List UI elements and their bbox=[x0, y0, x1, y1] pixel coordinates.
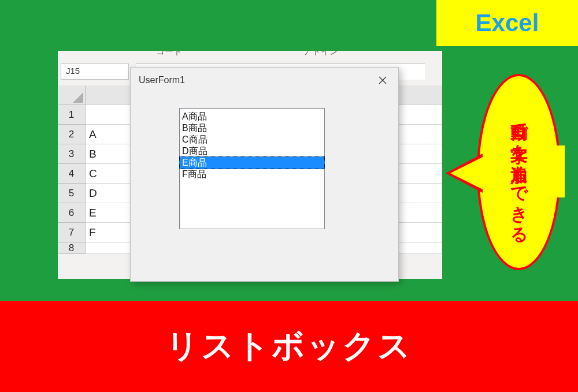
list-item-selected[interactable]: E商品 bbox=[179, 156, 325, 169]
excel-badge-label: Excel bbox=[476, 9, 539, 37]
bubble-line2: 追加もできる bbox=[507, 152, 531, 234]
row-header[interactable]: 2 bbox=[58, 125, 86, 144]
row-header[interactable]: 7 bbox=[58, 223, 86, 242]
excel-badge: Excel bbox=[436, 0, 578, 46]
row-header[interactable]: 8 bbox=[58, 242, 86, 254]
ribbon-fragment: コード アドイン bbox=[58, 51, 442, 59]
list-item[interactable]: A商品 bbox=[180, 111, 324, 122]
bottom-banner: リストボックス bbox=[0, 301, 578, 392]
list-item[interactable]: C商品 bbox=[180, 134, 324, 145]
name-box[interactable]: J15 bbox=[61, 64, 129, 80]
dialog-title: UserForm1 bbox=[139, 75, 369, 85]
select-all-corner[interactable] bbox=[58, 85, 86, 105]
close-icon bbox=[379, 76, 387, 84]
bubble-line1: 自動で文字を bbox=[507, 110, 531, 152]
ribbon-label-addin: アドイン bbox=[303, 51, 338, 57]
userform-dialog: UserForm1 A商品 B商品 C商品 D商品 E商品 F商品 bbox=[130, 67, 399, 282]
list-item[interactable]: B商品 bbox=[180, 122, 324, 134]
bubble-text: 自動で文字を 追加もできる bbox=[507, 110, 531, 234]
select-all-icon bbox=[73, 92, 83, 103]
list-item[interactable]: D商品 bbox=[180, 145, 324, 157]
row-header[interactable]: 1 bbox=[58, 105, 86, 125]
bubble-tail bbox=[450, 157, 483, 189]
close-button[interactable] bbox=[369, 71, 396, 89]
bubble-tail-mask bbox=[537, 145, 565, 197]
row-header[interactable]: 4 bbox=[58, 164, 86, 184]
row-header[interactable]: 5 bbox=[58, 184, 86, 203]
list-item[interactable]: F商品 bbox=[180, 169, 324, 180]
row-header[interactable]: 6 bbox=[58, 203, 86, 223]
listbox[interactable]: A商品 B商品 C商品 D商品 E商品 F商品 bbox=[179, 108, 325, 229]
row-header[interactable]: 3 bbox=[58, 144, 86, 164]
banner-title: リストボックス bbox=[166, 324, 413, 368]
ribbon-label-code: コード bbox=[156, 51, 182, 57]
titlebar[interactable]: UserForm1 bbox=[131, 68, 398, 93]
slide-canvas: Excel コード アドイン J15 1 2 A bbox=[0, 0, 578, 392]
